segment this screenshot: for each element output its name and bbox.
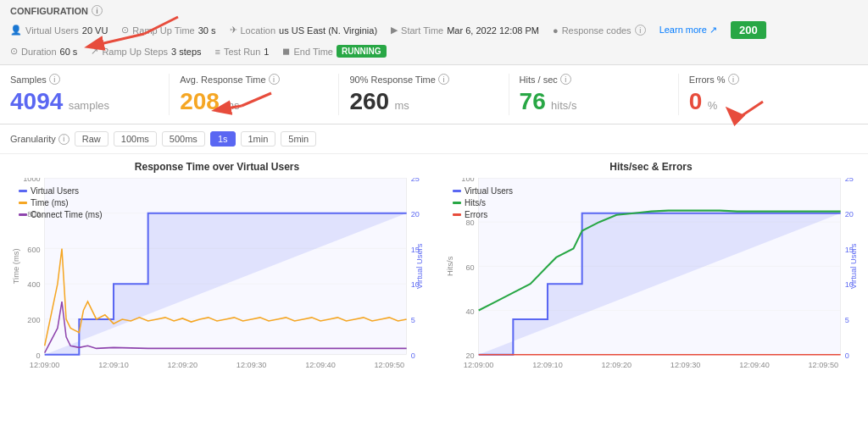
legend-dot-connect: [19, 213, 27, 216]
metric-samples: Samples i 4094 samples: [10, 74, 170, 115]
svg-text:20: 20: [411, 210, 420, 219]
svg-text:200: 200: [27, 316, 40, 324]
user-icon: 👤: [10, 25, 22, 36]
running-status: RUNNING: [337, 45, 387, 58]
avg-response-value: 208: [180, 88, 220, 114]
p90-response-value: 260: [349, 88, 389, 114]
samples-value: 4094: [10, 88, 63, 114]
gran-500ms[interactable]: 500ms: [162, 131, 205, 147]
steps-icon: ↗: [91, 46, 98, 57]
response-codes-info-icon[interactable]: i: [635, 25, 646, 36]
svg-text:25: 25: [411, 178, 420, 183]
svg-text:12:09:30: 12:09:30: [236, 361, 267, 369]
svg-text:12:09:50: 12:09:50: [809, 361, 839, 369]
svg-text:12:09:20: 12:09:20: [168, 361, 198, 369]
hits-unit: hits/s: [551, 99, 576, 112]
legend-dot-vu: [19, 190, 27, 192]
legend2-dot-hits: [453, 202, 461, 204]
chart2-legend: Virtual Users Hits/s Errors: [453, 186, 513, 219]
chart1-legend: Virtual Users Time (ms) Connect Time (ms…: [19, 186, 102, 219]
gran-1s[interactable]: 1s: [210, 131, 236, 147]
duration-icon: ⊙: [10, 46, 18, 57]
svg-text:400: 400: [27, 280, 40, 289]
config-test-run: ≡ Test Run 1: [215, 45, 283, 58]
legend2-dot-errors: [453, 213, 461, 216]
legend-time-ms: Time (ms): [19, 198, 102, 207]
svg-text:40: 40: [465, 307, 474, 316]
legend2-errors: Errors: [453, 210, 513, 219]
errors-value: 0: [689, 88, 703, 114]
svg-text:12:09:00: 12:09:00: [30, 361, 60, 369]
svg-text:5: 5: [411, 316, 415, 324]
svg-text:Virtual Users: Virtual Users: [415, 243, 424, 289]
config-response-code-badge: 200: [731, 19, 780, 41]
svg-text:600: 600: [27, 246, 40, 254]
granularity-info-icon[interactable]: i: [58, 134, 70, 145]
chart-response-time: Response Time over Virtual Users 1000 80…: [0, 161, 434, 381]
gran-raw[interactable]: Raw: [75, 131, 108, 147]
charts-row: Response Time over Virtual Users 1000 80…: [0, 154, 868, 388]
svg-text:60: 60: [465, 263, 474, 271]
config-location: ✈ Location us US East (N. Virginia): [230, 23, 392, 37]
metric-avg-response: Avg. Response Time i 208 ms: [180, 74, 339, 115]
svg-text:12:09:50: 12:09:50: [375, 361, 405, 369]
config-title: CONFIGURATION: [10, 6, 88, 16]
learn-more-link[interactable]: Learn more ↗: [659, 25, 717, 36]
p90-response-label: 90% Response Time: [349, 75, 436, 85]
svg-text:12:09:40: 12:09:40: [739, 361, 770, 369]
dot-icon: ●: [553, 25, 559, 36]
svg-text:12:09:10: 12:09:10: [532, 361, 563, 369]
svg-text:12:09:00: 12:09:00: [464, 361, 494, 369]
granularity-row: Granularity i Raw 100ms 500ms 1s 1min 5m…: [0, 124, 868, 154]
legend-connect-time: Connect Time (ms): [19, 210, 102, 219]
hits-label: Hits / sec: [520, 75, 558, 85]
legend2-virtual-users: Virtual Users: [453, 186, 513, 196]
svg-text:20: 20: [845, 210, 854, 219]
p90-response-info-icon[interactable]: i: [438, 74, 449, 85]
chart2-title: Hits/sec & Errors: [444, 161, 858, 173]
list-icon: ≡: [215, 47, 220, 57]
legend-virtual-users: Virtual Users: [19, 186, 102, 196]
clock-icon: ⊙: [121, 25, 129, 36]
svg-text:12:09:40: 12:09:40: [305, 361, 336, 369]
config-start-time: ▶ Start Time Mar 6, 2022 12:08 PM: [391, 23, 553, 37]
avg-response-info-icon[interactable]: i: [269, 74, 280, 85]
p90-response-unit: ms: [394, 99, 409, 112]
svg-text:1000: 1000: [23, 178, 40, 183]
svg-text:12:09:20: 12:09:20: [602, 361, 632, 369]
svg-text:Hits/s: Hits/s: [446, 256, 454, 276]
metric-errors: Errors % i 0 %: [689, 74, 848, 115]
gran-5min[interactable]: 5min: [281, 131, 316, 147]
config-duration: ⊙ Duration 60 s: [10, 44, 91, 58]
gran-1min[interactable]: 1min: [241, 131, 276, 147]
legend2-hits: Hits/s: [453, 198, 513, 207]
config-learn-more[interactable]: Learn more ↗: [659, 23, 731, 37]
hits-info-icon[interactable]: i: [560, 74, 571, 85]
metrics-row: Samples i 4094 samples Avg. Response Tim…: [0, 65, 868, 124]
config-response-codes: ● Response codes i: [553, 23, 659, 37]
svg-text:5: 5: [845, 316, 849, 324]
metric-hits: Hits / sec i 76 hits/s: [520, 74, 679, 115]
samples-label: Samples: [10, 75, 47, 85]
config-ramp-up-time: ⊙ Ramp Up Time 30 s: [121, 23, 229, 37]
svg-text:12:09:30: 12:09:30: [670, 361, 701, 369]
samples-info-icon[interactable]: i: [49, 74, 60, 85]
errors-info-icon[interactable]: i: [728, 74, 739, 85]
hits-value: 76: [520, 88, 546, 114]
chart1-area: 1000 800 600 400 200 0 25 20 15 10 5 0: [10, 178, 424, 381]
config-end-time: ◼ End Time RUNNING: [282, 43, 399, 59]
errors-label: Errors %: [689, 75, 726, 85]
svg-text:80: 80: [465, 219, 474, 227]
samples-unit: samples: [69, 99, 109, 112]
svg-text:100: 100: [461, 178, 474, 183]
svg-text:Virtual Users: Virtual Users: [849, 243, 858, 289]
chart2-area: 100 80 60 40 20 25 20 15 10 5 0: [444, 178, 858, 381]
legend2-dot-vu: [453, 190, 461, 192]
granularity-label: Granularity i: [10, 134, 70, 145]
gran-100ms[interactable]: 100ms: [114, 131, 157, 147]
response-code-value: 200: [731, 21, 766, 39]
chart1-title: Response Time over Virtual Users: [10, 161, 424, 173]
location-icon: ✈: [230, 25, 237, 36]
config-info-icon[interactable]: i: [92, 5, 103, 16]
errors-unit: %: [708, 99, 718, 112]
